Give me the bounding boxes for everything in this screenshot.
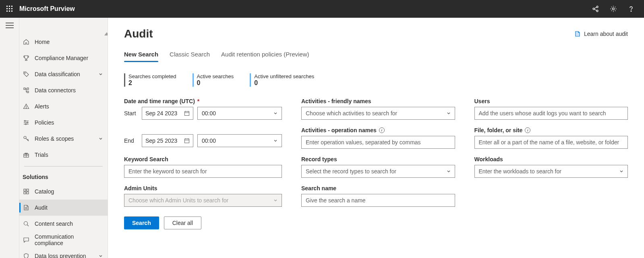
gift-icon <box>23 151 30 158</box>
settings-icon[interactable] <box>607 2 620 15</box>
sidebar-item-audit[interactable]: Audit <box>19 200 108 216</box>
svg-point-7 <box>25 73 25 73</box>
search-button[interactable]: Search <box>124 216 159 229</box>
form-actions: Search Clear all <box>124 216 628 229</box>
file-folder-site-input[interactable] <box>474 136 628 149</box>
keyword-search-input[interactable] <box>124 165 282 178</box>
sidebar-item-data-classification[interactable]: Data classification <box>19 66 108 82</box>
hamburger-icon[interactable] <box>6 23 14 28</box>
sidebar-item-home[interactable]: Home <box>19 34 108 50</box>
document-icon <box>23 204 30 211</box>
end-date-input[interactable]: Sep 25 2023 <box>142 134 193 147</box>
field-file-folder-site: File, folder, or site i <box>474 127 628 149</box>
date-rows-wrapper: Start Sep 24 2023 00:00 End S <box>124 107 282 147</box>
activities-operation-input[interactable] <box>301 136 455 149</box>
svg-rect-10 <box>27 91 29 93</box>
header-right <box>589 2 638 15</box>
svg-line-4 <box>594 9 597 10</box>
field-label: Users <box>474 98 628 104</box>
tag-icon <box>23 71 30 78</box>
svg-point-19 <box>24 136 26 139</box>
help-icon[interactable] <box>625 2 638 15</box>
chevron-down-icon <box>273 198 277 202</box>
sidebar-item-label: Home <box>35 39 103 45</box>
svg-rect-26 <box>27 192 29 194</box>
chevron-down-icon <box>447 169 451 173</box>
search-name-input[interactable] <box>301 194 455 207</box>
sidebar: Home Compliance Manager Data classificat… <box>19 18 108 258</box>
activities-friendly-select[interactable]: Choose which activities to search for <box>301 107 455 120</box>
header-left: Microsoft Purview <box>6 5 75 12</box>
calendar-icon <box>184 110 190 116</box>
sidebar-item-communication-compliance[interactable]: Communication compliance <box>19 232 108 248</box>
svg-point-2 <box>596 10 598 12</box>
svg-rect-9 <box>27 88 29 89</box>
end-date-value: Sep 25 2023 <box>145 137 184 144</box>
sidebar-item-content-search[interactable]: Content search <box>19 216 108 232</box>
connector-icon <box>23 87 30 94</box>
field-search-name: Search name <box>301 185 455 207</box>
sidebar-item-compliance-manager[interactable]: Compliance Manager <box>19 50 108 66</box>
field-date-range: Date and time range (UTC) * Start Sep 24… <box>124 98 282 149</box>
stat-bar <box>250 73 251 87</box>
sidebar-item-label: Content search <box>35 221 103 227</box>
field-label: Admin Units <box>124 185 282 191</box>
chevron-down-icon <box>99 254 103 258</box>
chevron-down-icon <box>99 72 103 76</box>
clear-all-button[interactable]: Clear all <box>164 216 201 229</box>
stat-searches-completed: Searches completed 2 <box>124 73 176 87</box>
label-text: Activities - operation names <box>301 127 377 133</box>
field-label: Workloads <box>474 156 628 162</box>
sidebar-item-label: Alerts <box>35 103 103 110</box>
date-row-end: End Sep 25 2023 00:00 <box>124 134 282 147</box>
sidebar-item-label: Data connectors <box>35 87 103 94</box>
share-icon[interactable] <box>589 2 602 15</box>
sidebar-item-alerts[interactable]: Alerts <box>19 98 108 114</box>
sidebar-item-data-connectors[interactable]: Data connectors <box>19 82 108 98</box>
field-label: Activities - friendly names <box>301 98 455 104</box>
info-icon[interactable]: i <box>525 127 530 133</box>
chevron-down-icon <box>273 139 277 143</box>
select-placeholder: Choose which Admin Units to search for <box>128 197 273 204</box>
tab-classic-search[interactable]: Classic Search <box>170 47 210 62</box>
trophy-icon <box>23 54 30 62</box>
sidebar-item-roles-scopes[interactable]: Roles & scopes <box>19 131 108 147</box>
start-time-input[interactable]: 00:00 <box>197 107 282 120</box>
warning-icon <box>23 103 30 110</box>
users-input[interactable] <box>474 107 628 120</box>
start-date-input[interactable]: Sep 24 2023 <box>142 107 193 120</box>
svg-line-30 <box>27 225 29 227</box>
info-icon[interactable]: i <box>379 127 385 133</box>
svg-point-17 <box>27 122 28 123</box>
sidebar-item-catalog[interactable]: Catalog <box>19 183 108 200</box>
workloads-select[interactable]: Enter the workloads to search for <box>474 165 628 178</box>
sidebar-item-trials[interactable]: Trials <box>19 147 108 163</box>
sidebar-collapse-bar <box>0 18 19 258</box>
stat-label: Active searches <box>197 73 234 79</box>
tab-audit-retention-policies[interactable]: Audit retention policies (Preview) <box>221 47 309 62</box>
select-placeholder: Choose which activities to search for <box>306 110 447 117</box>
app-header: Microsoft Purview <box>0 0 644 18</box>
select-placeholder: Enter the workloads to search for <box>479 168 620 175</box>
app-launcher-icon[interactable] <box>6 6 13 12</box>
field-label: Search name <box>301 185 455 191</box>
page-title: Audit <box>124 27 153 40</box>
grid-icon <box>23 188 30 195</box>
learn-about-audit-link[interactable]: Learn about audit <box>574 31 628 37</box>
svg-point-29 <box>24 222 28 225</box>
sidebar-item-label: Policies <box>35 119 103 126</box>
select-placeholder: Select the record types to search for <box>306 168 447 175</box>
sidebar-item-data-loss-prevention[interactable]: Data loss prevention <box>19 248 108 258</box>
end-time-value: 00:00 <box>202 137 273 144</box>
stat-label: Active unfiltered searches <box>254 73 314 79</box>
start-time-value: 00:00 <box>202 110 273 117</box>
record-types-select[interactable]: Select the record types to search for <box>301 165 455 178</box>
end-time-input[interactable]: 00:00 <box>197 134 282 147</box>
tab-new-search[interactable]: New Search <box>124 47 158 62</box>
field-record-types: Record types Select the record types to … <box>301 156 455 178</box>
chevron-down-icon <box>99 137 103 141</box>
key-icon <box>23 135 30 142</box>
start-date-value: Sep 24 2023 <box>145 110 184 117</box>
sidebar-item-policies[interactable]: Policies <box>19 114 108 131</box>
nav-divider <box>24 166 103 166</box>
